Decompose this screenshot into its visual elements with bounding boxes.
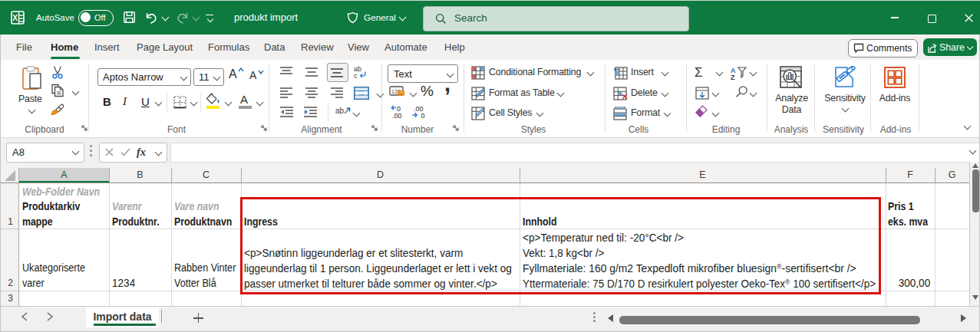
svg-text:0: 0 bbox=[397, 105, 401, 113]
svg-text:.00: .00 bbox=[414, 105, 424, 113]
svg-text:ab: ab bbox=[335, 107, 345, 115]
svg-text:X: X bbox=[12, 14, 18, 22]
svg-text:c: c bbox=[354, 72, 358, 79]
svg-text:.00: .00 bbox=[392, 112, 402, 119]
svg-text:Z: Z bbox=[731, 74, 735, 81]
svg-text:0: 0 bbox=[421, 112, 425, 119]
